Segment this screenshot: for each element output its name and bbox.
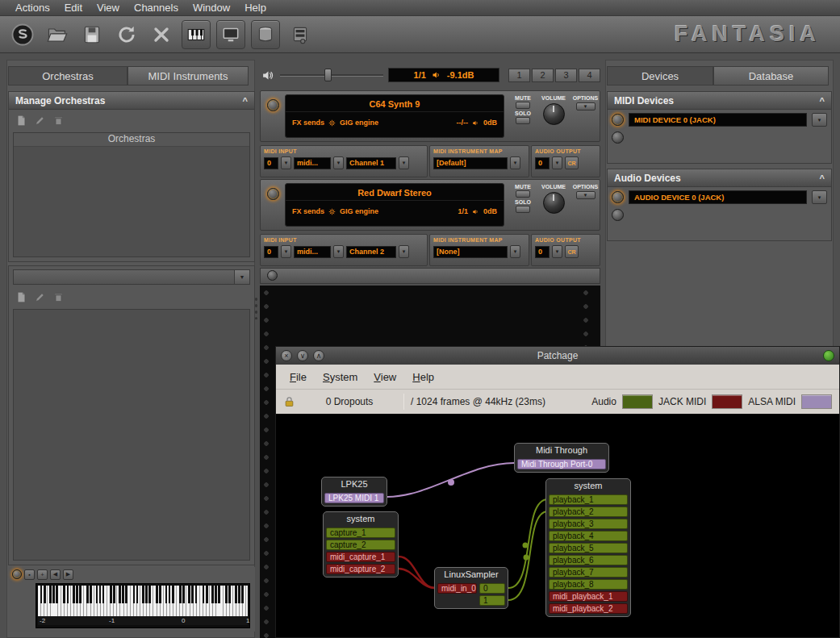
refresh-icon[interactable] bbox=[112, 20, 141, 49]
channel-routing-button[interactable]: CR bbox=[565, 156, 579, 169]
midi-device-options-button[interactable]: ▼ bbox=[812, 113, 827, 127]
lock-icon[interactable] bbox=[283, 396, 295, 408]
volume-knob[interactable] bbox=[543, 103, 565, 125]
port-playback-8[interactable]: playback_8 bbox=[549, 579, 628, 590]
tab-database[interactable]: Database bbox=[713, 66, 829, 85]
patchage-menu-file[interactable]: File bbox=[282, 368, 314, 386]
menu-help[interactable]: Help bbox=[237, 2, 274, 14]
spinner-arrow-icon[interactable]: ▼ bbox=[552, 245, 562, 258]
spinner-arrow-icon[interactable]: ▼ bbox=[281, 245, 291, 258]
port-playback-6[interactable]: playback_6 bbox=[549, 555, 628, 565]
spinner-arrow-icon[interactable]: ▼ bbox=[552, 156, 562, 169]
orchestra-combobox[interactable]: ▼ bbox=[13, 269, 250, 285]
tab-midi-instruments[interactable]: MIDI Instruments bbox=[127, 66, 249, 85]
piano-black-keys[interactable] bbox=[38, 586, 248, 603]
engine-label[interactable]: GIG engine bbox=[340, 119, 378, 127]
patchage-canvas[interactable]: Midi Through Midi Through Port-0 LPK25 L… bbox=[276, 414, 839, 637]
new-orchestra-icon[interactable] bbox=[14, 113, 28, 127]
midi-device-power-button[interactable] bbox=[612, 114, 624, 126]
node-linuxsampler[interactable]: LinuxSampler midi_in_0 0 1 bbox=[434, 567, 508, 609]
jack-midi-color-swatch[interactable] bbox=[712, 394, 742, 409]
midi-port-combo[interactable]: midi... bbox=[294, 157, 331, 169]
keyboard-button-1[interactable]: ▪ bbox=[24, 569, 35, 580]
midi-channel-combo[interactable]: Channel 1 bbox=[346, 157, 396, 169]
instrument-map-combo[interactable]: [None] bbox=[433, 246, 508, 258]
reset-icon[interactable] bbox=[147, 20, 176, 49]
instrument-map-combo[interactable]: [Default] bbox=[433, 157, 508, 169]
combo-arrow-icon[interactable]: ▼ bbox=[333, 156, 344, 169]
channel-2-power-button[interactable] bbox=[267, 188, 279, 200]
combo-arrow-icon[interactable]: ▼ bbox=[510, 156, 520, 169]
keyboard-button-3[interactable]: ◀ bbox=[50, 569, 61, 580]
port-midi-capture-2[interactable]: midi_capture_2 bbox=[326, 564, 395, 574]
collapse-icon[interactable]: ^ bbox=[820, 96, 825, 106]
audio-device-spinner[interactable]: 0 bbox=[535, 246, 550, 258]
database-button[interactable] bbox=[251, 20, 280, 49]
audio-device-options-button[interactable]: ▼ bbox=[812, 190, 827, 204]
bank-tab-1[interactable]: 1 bbox=[508, 69, 530, 82]
save-icon[interactable] bbox=[77, 20, 107, 49]
spinner-arrow-icon[interactable]: ▼ bbox=[281, 156, 291, 169]
solo-button[interactable] bbox=[516, 206, 530, 213]
collapse-icon[interactable]: ^ bbox=[243, 96, 248, 106]
delete-orchestra-icon[interactable] bbox=[51, 113, 65, 127]
node-title[interactable]: system bbox=[326, 514, 395, 526]
node-title[interactable]: LinuxSampler bbox=[437, 569, 505, 582]
bank-tab-3[interactable]: 3 bbox=[555, 69, 577, 82]
port-out-1[interactable]: 1 bbox=[479, 595, 505, 606]
node-system-playback[interactable]: system playback_1 playback_2 playback_3 … bbox=[545, 478, 631, 617]
port-midi-playback-1[interactable]: midi_playback_1 bbox=[549, 591, 628, 602]
close-window-button[interactable]: × bbox=[281, 350, 292, 361]
fx-sends-label[interactable]: FX sends bbox=[292, 119, 324, 127]
port-playback-3[interactable]: playback_3 bbox=[549, 519, 628, 529]
port-playback-4[interactable]: playback_4 bbox=[549, 531, 628, 541]
bank-tab-2[interactable]: 2 bbox=[532, 69, 554, 82]
midi-devices-header[interactable]: MIDI Devices ^ bbox=[608, 92, 831, 110]
open-icon[interactable] bbox=[43, 20, 72, 49]
port-midi-through-port-0[interactable]: Midi Through Port-0 bbox=[517, 459, 606, 469]
options-button[interactable]: ▼ bbox=[576, 191, 596, 199]
keyboard-power-icon[interactable] bbox=[12, 569, 22, 579]
shade-window-button[interactable]: ∨ bbox=[297, 350, 308, 361]
keyboard-button-2[interactable]: + bbox=[37, 569, 48, 580]
patchage-menu-view[interactable]: View bbox=[366, 368, 403, 386]
combo-arrow-icon[interactable]: ▼ bbox=[399, 156, 409, 169]
midi-channel-combo[interactable]: Channel 2 bbox=[346, 246, 396, 258]
node-system-capture[interactable]: system capture_1 capture_2 midi_capture_… bbox=[323, 511, 399, 578]
port-playback-5[interactable]: playback_5 bbox=[549, 543, 628, 553]
collapse-icon[interactable]: ^ bbox=[820, 173, 825, 183]
channel-1-power-button[interactable] bbox=[267, 99, 279, 111]
midi-device-spinner[interactable]: 0 bbox=[264, 157, 278, 169]
unshade-window-button[interactable]: ∧ bbox=[313, 350, 324, 361]
new-midi-device-power-button[interactable] bbox=[612, 131, 624, 144]
combo-arrow-icon[interactable]: ▼ bbox=[510, 245, 520, 258]
alsa-midi-color-swatch[interactable] bbox=[801, 394, 832, 409]
combo-arrow-icon[interactable]: ▼ bbox=[399, 245, 409, 258]
patchage-titlebar[interactable]: × ∨ ∧ Patchage bbox=[276, 347, 839, 365]
menu-edit[interactable]: Edit bbox=[57, 2, 90, 14]
new-instrument-icon[interactable] bbox=[14, 290, 28, 304]
midi-device-display[interactable]: MIDI DEVICE 0 (JACK) bbox=[629, 113, 807, 127]
port-capture-2[interactable]: capture_2 bbox=[326, 540, 395, 550]
audio-device-display[interactable]: AUDIO DEVICE 0 (JACK) bbox=[629, 190, 807, 204]
node-lpk25[interactable]: LPK25 LPK25 MIDI 1 bbox=[321, 477, 387, 507]
options-button[interactable]: ▼ bbox=[576, 102, 596, 111]
audio-devices-header[interactable]: Audio Devices ^ bbox=[608, 169, 831, 187]
midi-device-spinner[interactable]: 0 bbox=[264, 246, 278, 258]
new-audio-device-power-button[interactable] bbox=[612, 209, 624, 221]
tab-devices[interactable]: Devices bbox=[607, 66, 713, 85]
piano-white-keys[interactable] bbox=[38, 586, 248, 616]
menu-view[interactable]: View bbox=[90, 2, 127, 14]
audio-device-spinner[interactable]: 0 bbox=[535, 157, 550, 169]
port-playback-2[interactable]: playback_2 bbox=[549, 507, 628, 517]
new-channel-power-icon[interactable] bbox=[267, 270, 278, 281]
orchestras-list-body[interactable] bbox=[14, 147, 249, 256]
solo-button[interactable] bbox=[516, 117, 530, 124]
patchage-menu-help[interactable]: Help bbox=[405, 368, 441, 386]
node-midi-through[interactable]: Midi Through Midi Through Port-0 bbox=[514, 443, 609, 473]
menu-channels[interactable]: Channels bbox=[127, 2, 186, 14]
port-playback-1[interactable]: playback_1 bbox=[549, 494, 628, 505]
bank-tab-4[interactable]: 4 bbox=[579, 69, 600, 82]
port-playback-7[interactable]: playback_7 bbox=[549, 567, 628, 578]
port-lpk25-midi-1[interactable]: LPK25 MIDI 1 bbox=[324, 493, 384, 503]
